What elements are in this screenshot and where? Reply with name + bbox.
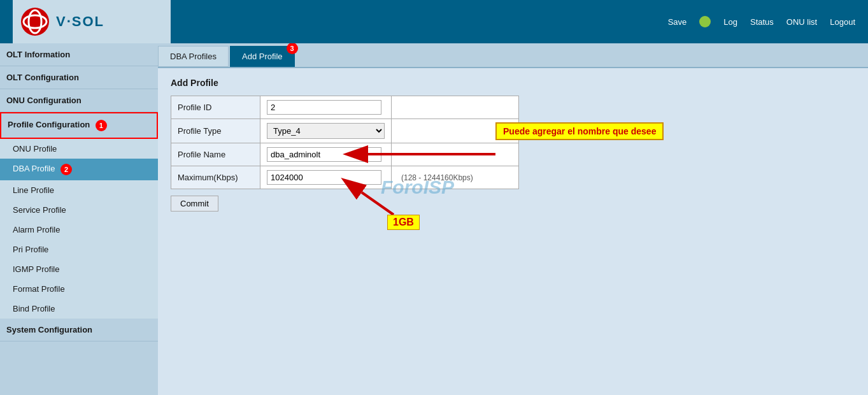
sidebar-item-line-profile[interactable]: Line Profile — [0, 180, 158, 200]
logo-icon — [19, 6, 51, 38]
status-link[interactable]: Status — [750, 17, 774, 27]
logo-area: V·SOL — [13, 0, 171, 43]
form-table: Profile ID Profile Type Type_1 Type_2 Ty… — [171, 96, 519, 189]
profile-id-label: Profile ID — [171, 96, 260, 119]
tabs: DBA Profiles Add Profile 3 — [158, 43, 868, 68]
maximum-kbps-cell — [260, 166, 392, 189]
maximum-kbps-hint-cell: (128 - 1244160Kbps) — [392, 166, 519, 189]
table-row: Profile ID — [171, 96, 519, 119]
dba-profile-badge: 2 — [60, 164, 72, 175]
label-1gb: 1GB — [387, 215, 420, 230]
sidebar-item-service-profile[interactable]: Service Profile — [0, 200, 158, 220]
logo-text: V·SOL — [56, 13, 104, 30]
content-area: DBA Profiles Add Profile 3 Add Profile P… — [158, 43, 868, 395]
profile-type-label: Profile Type — [171, 119, 260, 143]
save-button[interactable]: Save — [668, 17, 687, 27]
form-title: Add Profile — [171, 78, 855, 88]
profile-type-cell: Type_1 Type_2 Type_3 Type_4 Type_5 — [260, 119, 392, 143]
sidebar-item-bind-profile[interactable]: Bind Profile — [0, 299, 158, 319]
callout-text: Puede agregar el nombre que desee — [503, 126, 656, 136]
profile-name-label: Profile Name — [171, 143, 260, 166]
svg-point-0 — [21, 8, 49, 36]
commit-button[interactable]: Commit — [171, 196, 218, 212]
sidebar-item-igmp-profile[interactable]: IGMP Profile — [0, 259, 158, 279]
log-link[interactable]: Log — [723, 17, 737, 27]
sidebar-item-onu-configuration[interactable]: ONU Configuration — [0, 89, 158, 112]
status-dot — [699, 16, 711, 27]
maximum-kbps-input[interactable] — [267, 170, 381, 185]
profile-id-extra — [392, 96, 519, 119]
sidebar-item-alarm-profile[interactable]: Alarm Profile — [0, 220, 158, 240]
svg-line-6 — [362, 192, 394, 215]
table-row: Profile Name — [171, 143, 519, 166]
main-layout: OLT Information OLT Configuration ONU Co… — [0, 43, 868, 395]
profile-name-input[interactable] — [267, 147, 381, 162]
profile-config-badge: 1 — [96, 120, 107, 131]
sidebar-item-pri-profile[interactable]: Pri Profile — [0, 240, 158, 259]
profile-id-input[interactable] — [267, 100, 381, 115]
profile-id-cell — [260, 96, 392, 119]
sidebar-item-profile-configuration[interactable]: Profile Configuration 1 — [0, 112, 158, 139]
profile-name-extra — [392, 143, 519, 166]
sidebar-item-dba-profile[interactable]: DBA Profile 2 — [0, 159, 158, 180]
table-row: Profile Type Type_1 Type_2 Type_3 Type_4… — [171, 119, 519, 143]
add-profile-badge: 3 — [287, 43, 298, 54]
maximum-kbps-label: Maximum(Kbps) — [171, 166, 260, 189]
sidebar-item-olt-configuration[interactable]: OLT Configuration — [0, 66, 158, 89]
sidebar-item-olt-information[interactable]: OLT Information — [0, 43, 158, 66]
sidebar-item-format-profile[interactable]: Format Profile — [0, 279, 158, 299]
form-area: Add Profile Profile ID Profile Type Type… — [158, 68, 868, 221]
range-hint: (128 - 1244160Kbps) — [398, 173, 473, 182]
table-row: Maximum(Kbps) (128 - 1244160Kbps) — [171, 166, 519, 189]
header-right: Save Log Status ONU list Logout — [668, 16, 855, 27]
tab-add-profile[interactable]: Add Profile 3 — [230, 46, 295, 67]
logout-link[interactable]: Logout — [830, 17, 855, 27]
callout-box: Puede agregar el nombre que desee — [495, 122, 664, 140]
onu-list-link[interactable]: ONU list — [786, 17, 817, 27]
profile-type-select[interactable]: Type_1 Type_2 Type_3 Type_4 Type_5 — [267, 123, 385, 139]
tab-dba-profiles[interactable]: DBA Profiles — [158, 46, 229, 67]
profile-name-cell — [260, 143, 392, 166]
sidebar: OLT Information OLT Configuration ONU Co… — [0, 43, 158, 395]
header: V·SOL Save Log Status ONU list Logout — [0, 0, 868, 43]
sidebar-item-system-configuration[interactable]: System Configuration — [0, 319, 158, 341]
sidebar-item-onu-profile[interactable]: ONU Profile — [0, 139, 158, 159]
